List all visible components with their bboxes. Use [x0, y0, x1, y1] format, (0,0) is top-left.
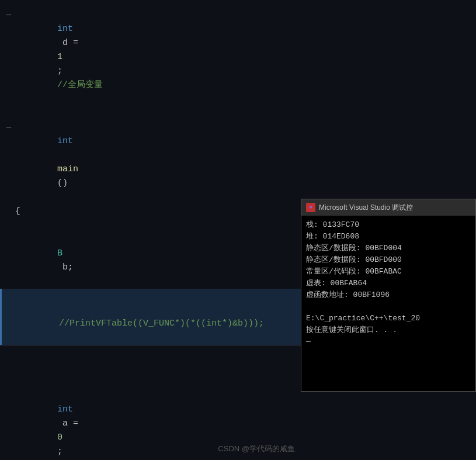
code-b: b; [57, 262, 73, 272]
code-line-2 [0, 106, 476, 120]
text-9: a = [57, 419, 84, 428]
console-line-stack: 栈: 0133FC70 [306, 219, 471, 231]
console-line-cursor: ─ [306, 336, 471, 348]
indent-6 [59, 305, 80, 314]
console-line-vfunc: 虚函数地址: 00BF1096 [306, 289, 471, 301]
console-line-const: 常量区/代码段: 00BFABAC [306, 266, 471, 278]
indent-9 [57, 390, 78, 400]
vs-icon: ■ [306, 203, 315, 212]
semi-1: ; [57, 66, 62, 76]
code-content-3: int main () [15, 120, 476, 205]
console-line-vtable: 虚表: 00BFAB64 [306, 278, 471, 289]
console-title: Microsoft Visual Studio 调试控 [319, 203, 413, 213]
code-line-1: ─ int d = 1 ; //全局变量 [0, 8, 476, 106]
console-window: ■ Microsoft Visual Studio 调试控 栈: 0133FC7… [301, 199, 476, 392]
fn-main: main [57, 164, 78, 174]
console-line-heap: 堆: 014ED608 [306, 231, 471, 243]
space-3 [57, 150, 62, 160]
type-B: B [57, 248, 62, 258]
indent-5 [57, 234, 78, 244]
comment-1: //全局变量 [57, 80, 103, 90]
code-line-3: ─ int main () [0, 120, 476, 205]
code-text-1: d = [57, 38, 84, 48]
code-content-2 [15, 106, 476, 120]
editor-area: ─ int d = 1 ; //全局变量 ─ int main () [0, 0, 476, 460]
console-line-path: E:\C_practice\C++\test_20 [306, 313, 471, 324]
console-line-empty [306, 301, 471, 313]
console-body: 栈: 0133FC70 堆: 014ED608 静态区/数据段: 00BFD00… [301, 216, 475, 391]
line-indicator-1: ─ [5, 8, 13, 22]
line-indicator-3: ─ [5, 120, 13, 134]
kw-int-9: int [57, 404, 73, 414]
semi-9: ; [57, 447, 62, 456]
keyword-int-1: int [57, 24, 73, 34]
comment-6: //PrintVFTable((V_FUNC*)(*((int*)&b))); [59, 319, 264, 328]
num-9: 0 [57, 433, 62, 442]
num-1: 1 [57, 52, 62, 62]
code-content-1: int d = 1 ; //全局变量 [15, 8, 476, 106]
console-titlebar: ■ Microsoft Visual Studio 调试控 [301, 199, 475, 216]
console-line-static1: 静态区/数据段: 00BFD004 [306, 243, 471, 254]
watermark: CSDN @学代码的咸鱼 [218, 444, 295, 454]
keyword-int-2: int [57, 136, 73, 146]
parens-3: () [57, 178, 68, 188]
console-line-static2: 静态区/数据段: 00BFD000 [306, 254, 471, 266]
console-line-prompt: 按任意键关闭此窗口. . . [306, 324, 471, 336]
